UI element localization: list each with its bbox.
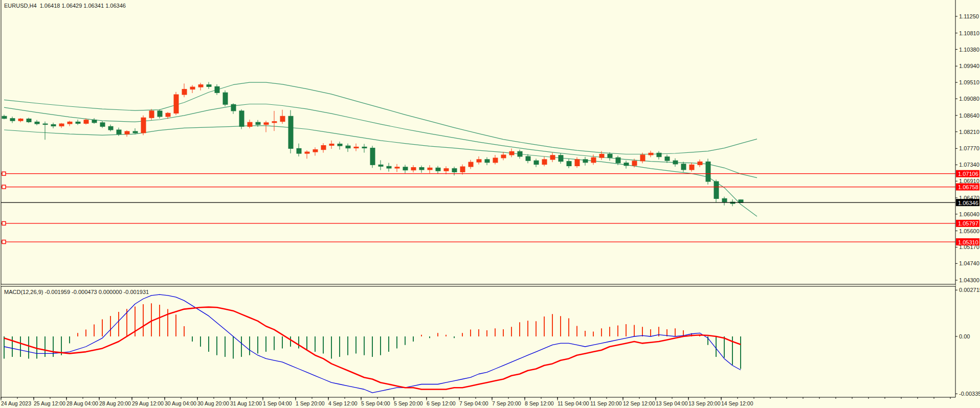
candle-bullish [649,153,653,155]
candle-bearish [681,164,686,170]
candle-bearish [567,162,571,166]
price-axis-label: 1.10380 [959,47,979,53]
candle-bearish [27,119,31,122]
candle-bearish [100,123,105,126]
candle-bearish [657,153,661,156]
candle-bearish [231,104,236,111]
candle-bullish [280,116,285,121]
candle-bullish [575,160,580,166]
line-anchor-marker[interactable] [2,172,6,175]
candle-bearish [616,157,620,163]
candle-bearish [722,198,727,202]
time-axis-label: 29 Aug 12:00 [132,400,164,406]
symbol-title: EURUSD,H4 1.06418 1.06429 1.06341 1.0634… [4,3,126,9]
candle-bullish [550,155,555,160]
candle-bullish [18,119,23,121]
candle-bearish [436,168,440,171]
time-axis-label: 1 Sep 04:00 [263,400,292,406]
candle-bullish [59,124,64,126]
price-axis-label: 1.09940 [959,63,979,69]
price-axis-label: 1.07340 [959,162,979,168]
time-axis-label: 5 Sep 04:00 [361,400,390,406]
candle-bullish [313,150,318,152]
candle-bearish [608,154,612,158]
candle-bullish [501,155,506,158]
macd-axis-label: 0.00 [959,333,970,339]
candle-bullish [477,160,481,162]
candle-bullish [321,146,326,150]
candle-bullish [460,167,465,172]
time-axis-label: 28 Aug 20:00 [99,400,131,406]
candle-bullish [591,157,596,163]
candle-bearish [76,122,80,123]
candle-bearish [673,161,678,164]
line-anchor-marker[interactable] [2,221,6,225]
candle-bearish [239,111,244,126]
candle-bullish [84,120,88,124]
candle-bullish [305,152,309,153]
price-axis-label: 1.04740 [959,260,979,266]
candle-bearish [108,126,113,130]
time-axis-label: 7 Sep 20:00 [492,400,521,406]
candle-bearish [526,156,530,161]
price-axis-label: 1.07770 [959,145,979,151]
price-axis-label: 1.09080 [959,96,979,102]
price-axis-label: 1.05600 [959,228,979,234]
candle-bearish [10,119,15,121]
time-axis-label: 7 Sep 04:00 [459,400,488,406]
candle-bearish [452,169,457,172]
candle-bearish [534,161,539,164]
line-anchor-marker[interactable] [2,185,6,189]
candle-bullish [689,165,694,170]
candle-bullish [599,154,604,158]
price-axis-label: 1.10810 [959,30,979,36]
candle-bearish [223,93,228,104]
candle-bearish [158,111,162,117]
candle-bullish [198,85,203,87]
candle-bearish [378,165,383,166]
candle-bullish [395,167,399,168]
chart-window: 1.112501.108101.103801.099401.095101.090… [0,0,980,408]
candle-bearish [370,148,375,165]
candle-bullish [444,169,449,171]
time-axis-label: 5 Sep 20:00 [394,400,423,406]
candle-bearish [215,86,219,93]
candle-bearish [338,144,342,146]
time-axis-label: 31 Aug 12:00 [230,400,262,406]
candle-bearish [256,122,260,125]
time-axis-label: 25 Aug 12:00 [34,400,65,406]
price-axis-label: 1.11250 [959,13,979,19]
candle-bullish [174,95,179,113]
candle-bullish [698,162,702,165]
candle-bearish [419,168,424,170]
candle-bullish [182,89,187,95]
candle-bullish [272,122,277,123]
candle-bearish [739,200,743,202]
candle-bearish [665,157,670,161]
panel-splitter[interactable] [1,285,955,286]
candle-bullish [329,144,334,146]
candle-bearish [714,182,719,198]
price-axis-label: 1.04300 [959,277,979,283]
line-anchor-marker[interactable] [2,240,6,244]
macd-axis-label: -0.003358 [959,391,980,397]
macd-plot-area[interactable] [1,286,955,397]
candle-bearish [35,122,39,124]
time-axis-label: 13 Sep 04:00 [656,400,688,406]
price-axis-label: 1.06040 [959,211,979,217]
candle-bearish [133,131,138,133]
candle-bullish [469,162,473,167]
time-axis-label: 14 Sep 12:00 [721,400,753,406]
candle-bullish [542,160,547,165]
time-axis-label: 4 Sep 12:00 [328,400,358,406]
candle-bullish [632,161,637,166]
candle-bearish [387,166,391,168]
price-badge-label: 1.06758 [958,184,978,190]
candle-bullish [411,168,416,170]
candle-bearish [624,163,629,166]
candle-bullish [640,155,645,161]
time-axis-label: 12 Sep 12:00 [623,400,655,406]
candle-bullish [248,122,252,126]
chart-canvas[interactable]: 1.112501.108101.103801.099401.095101.090… [0,0,980,408]
time-axis-label: 28 Aug 04:00 [66,400,98,406]
